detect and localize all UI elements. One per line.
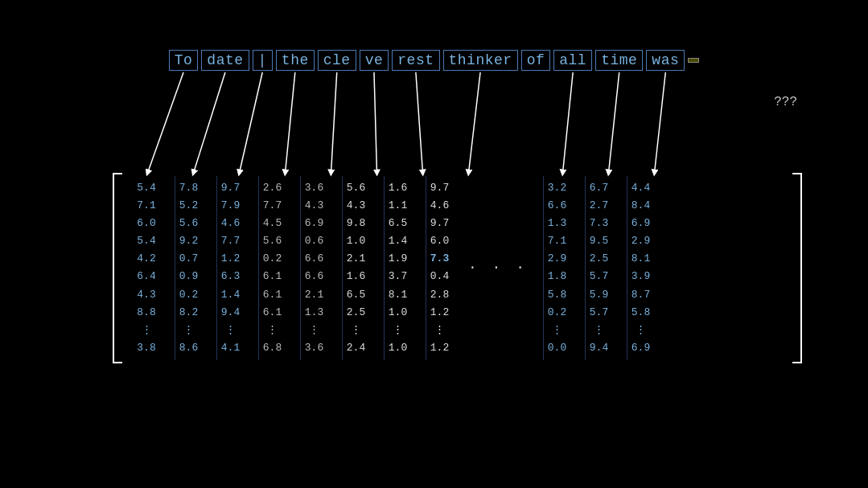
cell-1-6: 0.2 (177, 286, 201, 304)
cell-9-4: 2.9 (545, 250, 570, 268)
word-to-col-arrow-9 (563, 72, 574, 173)
matrix-column-7: 9.74.69.76.07.30.42.81.2⋮1.2 (418, 173, 460, 363)
word-token-all: all (553, 50, 592, 71)
cell-5-5: 1.6 (344, 268, 368, 285)
cell-11-9: 6.9 (629, 339, 653, 357)
word-to-col-arrow-3 (286, 72, 295, 173)
word-to-col-arrow-4 (331, 72, 337, 173)
question-marks-label: ??? (774, 95, 797, 109)
cell-11-8: ⋮ (629, 322, 653, 339)
word-token-date: date (201, 50, 249, 71)
cell-2-0: 9.7 (219, 179, 243, 197)
cell-9-5: 1.8 (545, 268, 570, 285)
cell-7-5: 0.4 (428, 268, 452, 285)
word-to-col-arrow-5 (374, 72, 377, 173)
cell-4-8: ⋮ (302, 322, 327, 339)
cell-2-2: 4.6 (219, 215, 243, 232)
cell-7-6: 2.8 (428, 286, 452, 304)
cell-4-9: 3.6 (302, 339, 327, 357)
word-token-thinker: thinker (443, 50, 518, 71)
cell-1-3: 9.2 (177, 232, 201, 250)
cell-5-9: 2.4 (344, 339, 368, 357)
cell-9-2: 1.3 (545, 215, 570, 232)
matrix-column-4: 3.64.36.90.66.66.62.11.3⋮3.6 (293, 173, 335, 363)
word-token-rest: rest (392, 50, 439, 71)
cell-11-5: 3.9 (629, 268, 653, 285)
cell-10-7: 5.7 (587, 304, 611, 322)
cell-10-9: 9.4 (587, 339, 611, 357)
cell-9-3: 7.1 (545, 232, 570, 250)
cell-4-7: 1.3 (302, 304, 327, 322)
word-token-of: of (521, 50, 551, 71)
cell-2-1: 7.9 (219, 197, 243, 215)
cell-0-3: 5.4 (134, 232, 158, 250)
matrix-column-5: 5.64.39.81.02.11.66.52.5⋮2.4 (335, 173, 376, 363)
cell-7-3: 6.0 (428, 232, 452, 250)
cell-1-2: 5.6 (177, 215, 201, 232)
cell-3-6: 6.1 (261, 286, 285, 304)
matrix-column-6: 1.61.16.51.41.93.78.11.0⋮1.0 (376, 173, 418, 363)
cell-3-0: 2.6 (261, 179, 285, 197)
cell-0-5: 6.4 (134, 268, 158, 285)
word-to-col-arrow-2 (240, 72, 263, 173)
cell-4-6: 2.1 (302, 286, 327, 304)
cell-10-0: 6.7 (587, 179, 611, 197)
cell-3-9: 6.8 (261, 339, 285, 357)
cell-1-0: 7.8 (177, 179, 201, 197)
cell-10-6: 5.9 (587, 286, 611, 304)
cell-5-7: 2.5 (344, 304, 368, 322)
cell-11-0: 4.4 (629, 179, 653, 197)
cell-6-4: 1.9 (386, 250, 410, 268)
cell-9-7: 0.2 (545, 304, 570, 322)
cell-10-3: 9.5 (587, 232, 611, 250)
cell-11-3: 2.9 (629, 232, 653, 250)
cell-11-4: 8.1 (629, 250, 653, 268)
cell-2-7: 9.4 (219, 304, 243, 322)
cell-2-9: 4.1 (219, 339, 243, 357)
cell-9-0: 3.2 (545, 179, 570, 197)
word-token-To: To (169, 50, 199, 71)
cell-2-4: 1.2 (219, 250, 243, 268)
cell-6-6: 8.1 (386, 286, 410, 304)
word-to-col-arrow-0 (148, 72, 184, 173)
cell-5-0: 5.6 (344, 179, 368, 197)
cell-11-2: 6.9 (629, 215, 653, 232)
word-token-cle: cle (318, 50, 356, 71)
cell-10-8: ⋮ (587, 322, 611, 339)
cell-4-3: 0.6 (302, 232, 327, 250)
cell-3-3: 5.6 (261, 232, 285, 250)
cell-4-1: 4.3 (302, 197, 327, 215)
cell-0-9: 3.8 (134, 339, 158, 357)
cell-7-7: 1.2 (428, 304, 452, 322)
cell-2-3: 7.7 (219, 232, 243, 250)
matrix-column-3: 2.67.74.55.60.26.16.16.1⋮6.8 (251, 173, 293, 363)
cell-5-2: 9.8 (344, 215, 368, 232)
cell-1-5: 0.9 (177, 268, 201, 285)
cell-2-5: 6.3 (219, 268, 243, 285)
cell-6-1: 1.1 (386, 197, 410, 215)
cell-4-2: 6.9 (302, 215, 327, 232)
cell-0-1: 7.1 (134, 197, 158, 215)
left-bracket (113, 173, 124, 363)
cell-3-2: 4.5 (261, 215, 285, 232)
word-token-the: the (276, 50, 315, 71)
cell-7-4: 7.3 (428, 250, 452, 268)
matrix-columns-container: 5.47.16.05.44.26.44.38.8⋮3.87.85.25.69.2… (125, 173, 791, 363)
word-token-ve: ve (360, 50, 389, 71)
cell-7-8: ⋮ (428, 322, 452, 339)
word-to-col-arrow-1 (194, 72, 225, 173)
cell-0-7: 8.8 (134, 304, 158, 322)
cell-1-7: 8.2 (177, 304, 201, 322)
cell-5-6: 6.5 (344, 286, 368, 304)
cell-0-8: ⋮ (134, 322, 158, 339)
word-token-was: was (646, 50, 685, 71)
cell-4-5: 6.6 (302, 268, 327, 285)
matrix-column-9: 3.26.61.37.12.91.85.80.2⋮0.0 (536, 173, 578, 363)
embedding-matrix: 5.47.16.05.44.26.44.38.8⋮3.87.85.25.69.2… (113, 173, 804, 363)
matrix-column-11: 4.48.46.92.98.13.98.75.8⋮6.9 (619, 173, 661, 363)
word-tokens-row: Todate|thecleverestthinkerofalltimewas (0, 50, 868, 71)
cell-4-0: 3.6 (302, 179, 327, 197)
matrix-wrapper: 5.47.16.05.44.26.44.38.8⋮3.87.85.25.69.2… (113, 173, 804, 363)
cell-11-1: 8.4 (629, 197, 653, 215)
cell-9-9: 0.0 (545, 339, 570, 357)
